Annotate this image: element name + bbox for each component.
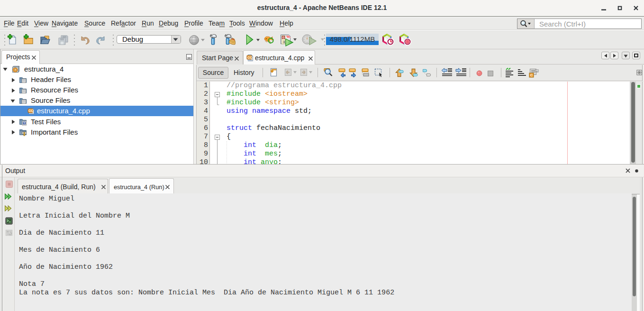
- svg-text:3: 3: [283, 40, 285, 44]
- svg-text:CC: CC: [247, 56, 252, 59]
- svg-text:C: C: [530, 73, 533, 77]
- svg-text:CC: CC: [28, 109, 33, 112]
- svg-text:n: n: [536, 70, 537, 73]
